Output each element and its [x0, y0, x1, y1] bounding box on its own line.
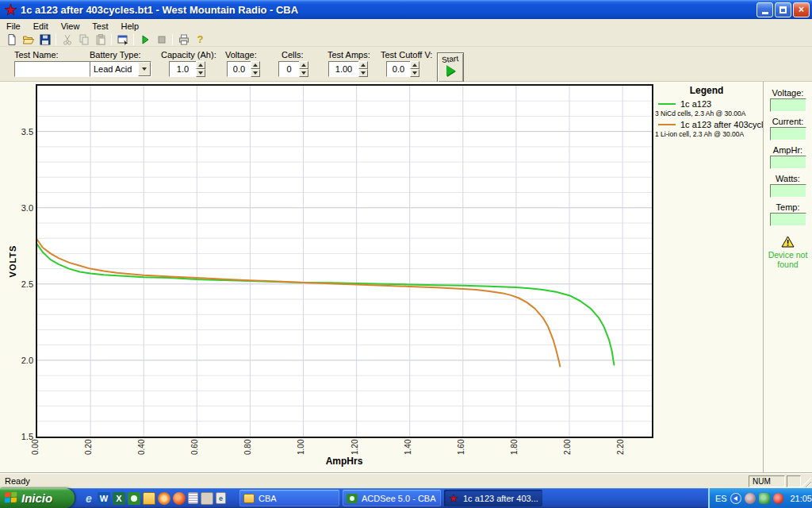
cut-button[interactable] — [59, 33, 75, 47]
task-button-cba[interactable]: CBA — [239, 490, 339, 506]
new-file-icon — [6, 33, 18, 46]
task-button-acdsee[interactable]: ACDSee 5.0 - CBA — [343, 490, 441, 506]
menu-view[interactable]: View — [55, 20, 86, 33]
status-bar: Ready NUM — [0, 473, 812, 488]
tray-messenger-icon[interactable] — [759, 493, 770, 504]
test-amps-stepper[interactable]: 1.00 — [328, 61, 368, 77]
menu-help[interactable]: Help — [115, 20, 146, 33]
arrow-up-icon — [361, 64, 366, 67]
x-tick-label: 1.00 — [297, 440, 305, 467]
spin-down-button[interactable] — [299, 69, 308, 77]
internet-explorer-icon[interactable]: e — [82, 492, 95, 505]
series-1-name: 1c a123 — [680, 99, 711, 109]
toolbar-separator — [172, 34, 173, 45]
spin-down-button[interactable] — [196, 69, 205, 77]
stop-test-button[interactable] — [153, 33, 170, 47]
x-tick-label: 1.60 — [456, 440, 465, 467]
current-readout-label: Current: — [764, 117, 812, 126]
window-title: 1c a123 after 403cycles.bt1 - West Mount… — [21, 4, 755, 16]
paste-button[interactable] — [92, 33, 109, 47]
start-test-button[interactable] — [136, 33, 153, 47]
spin-down-button[interactable] — [410, 69, 419, 77]
capacity-stepper[interactable]: 1.0 — [169, 61, 205, 77]
folder-icon[interactable] — [143, 492, 155, 505]
spin-up-button[interactable] — [299, 61, 308, 69]
print-button[interactable] — [175, 33, 192, 47]
arrow-down-icon — [412, 71, 417, 75]
task-button-cba-file[interactable]: 1c a123 after 403... — [444, 490, 542, 506]
test-name-input[interactable] — [14, 61, 94, 77]
chart-legend: Legend 1c a123 3 NiCd cells, 2.3 Ah @ 30… — [653, 85, 760, 138]
save-floppy-icon — [39, 33, 52, 46]
title-bar: 1c a123 after 403cycles.bt1 - West Mount… — [0, 0, 812, 19]
chart-panel: VOLTS 3.53.02.52.01.5 0.000.200.400.600.… — [0, 82, 812, 473]
voltage-stepper[interactable]: 0.0 — [227, 61, 260, 77]
app-icon — [4, 3, 17, 17]
start-menu-button[interactable]: Inicio — [0, 488, 75, 508]
open-button[interactable] — [20, 33, 36, 47]
dropdown-button[interactable] — [138, 62, 151, 76]
tray-security-icon[interactable] — [773, 493, 784, 504]
num-lock-indicator: NUM — [749, 475, 785, 487]
cells-stepper[interactable]: 0 — [278, 61, 308, 77]
spin-up-button[interactable] — [251, 61, 260, 69]
series-curve-2 — [37, 240, 560, 367]
start-button[interactable]: Start — [437, 52, 464, 83]
status-text: Ready — [5, 476, 30, 486]
new-button[interactable] — [3, 33, 20, 47]
arrow-up-icon — [198, 64, 203, 67]
series-curve-1 — [37, 244, 614, 365]
voltage-readout-label: Voltage: — [764, 88, 812, 98]
spin-up-button[interactable] — [410, 61, 419, 69]
spin-down-button[interactable] — [358, 69, 368, 77]
x-tick-label: 1.80 — [509, 440, 518, 467]
device-warning-text: Device not found — [764, 250, 812, 269]
notepad-icon[interactable] — [188, 492, 198, 504]
minimize-icon — [762, 12, 768, 14]
help-button[interactable]: ? — [192, 33, 209, 47]
spin-up-button[interactable] — [358, 61, 368, 69]
task-button-label: CBA — [259, 494, 277, 503]
test-cutoff-stepper[interactable]: 0.0 — [386, 61, 419, 77]
spin-up-button[interactable] — [196, 61, 205, 69]
tray-volume-icon[interactable] — [745, 493, 756, 504]
test-cutoff-label: Test Cutoff V: — [381, 50, 432, 60]
save-button[interactable] — [36, 33, 53, 47]
battery-type-select[interactable]: Lead Acid — [90, 61, 151, 77]
legend-entry: 1c a123 after 403cycles — [658, 120, 760, 129]
x-tick-label: 2.00 — [562, 440, 571, 467]
document-shortcut-icon[interactable]: e — [216, 492, 226, 504]
excel-icon[interactable]: X — [113, 492, 125, 505]
play-icon — [446, 65, 455, 76]
open-folder-icon — [22, 33, 35, 46]
menu-edit[interactable]: Edit — [27, 20, 55, 33]
arrow-down-icon — [198, 71, 203, 75]
chevron-down-icon — [142, 67, 147, 71]
word-icon[interactable]: W — [98, 492, 110, 505]
resize-grip[interactable] — [801, 477, 811, 487]
discharge-chart — [37, 86, 652, 437]
tray-back-icon[interactable] — [730, 493, 741, 504]
series-1-color-swatch — [658, 103, 676, 105]
close-button[interactable]: × — [793, 2, 810, 17]
series-2-name: 1c a123 after 403cycles — [680, 120, 772, 129]
app-shortcut-icon[interactable] — [201, 492, 213, 505]
test-cutoff-value: 0.0 — [386, 61, 410, 77]
browser-icon[interactable] — [173, 492, 186, 505]
task-button-label: 1c a123 after 403... — [463, 494, 538, 503]
arrow-down-icon — [253, 71, 258, 75]
media-player-icon[interactable] — [158, 492, 170, 505]
acdsee-icon[interactable] — [128, 492, 140, 505]
copy-button[interactable] — [75, 33, 92, 47]
x-tick-label: 1.40 — [403, 440, 412, 467]
menu-test[interactable]: Test — [86, 20, 114, 33]
properties-button[interactable] — [114, 33, 131, 47]
minimize-button[interactable] — [756, 2, 773, 17]
current-readout-box — [770, 127, 806, 140]
language-indicator[interactable]: ES — [715, 494, 727, 503]
readout-sidebar: Voltage: Current: AmpHr: Watts: Temp: De… — [763, 82, 812, 473]
menu-file[interactable]: File — [0, 20, 27, 33]
maximize-button[interactable] — [775, 2, 791, 17]
spin-down-button[interactable] — [251, 69, 260, 77]
folder-icon — [243, 494, 255, 503]
